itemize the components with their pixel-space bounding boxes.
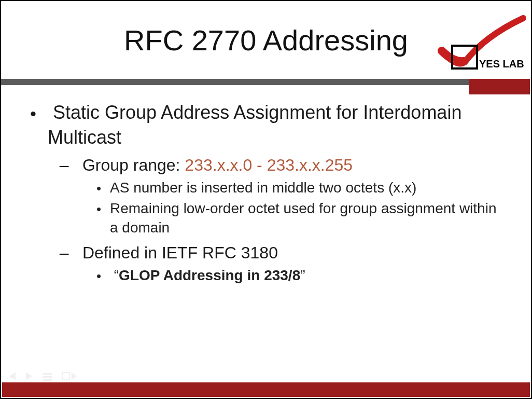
divider-gray [1,79,469,85]
bullet-list-lvl2: Group range: 233.x.x.0 - 233.x.x.255 AS … [48,155,505,285]
title-area: RFC 2770 Addressing YES LAB [1,1,531,79]
bullet-as-number: AS number is inserted in middle two octe… [110,178,505,198]
bullet-range: Group range: 233.x.x.0 - 233.x.x.255 AS … [78,155,505,237]
glop-text: GLOP Addressing in 233/8 [119,267,300,283]
bullet-defined: Defined in IETF RFC 3180 “GLOP Addressin… [78,242,505,285]
glop-open-quote: “ [114,267,119,283]
glop-close-quote: ” [300,267,305,283]
yeslab-logo: YES LAB [427,10,526,73]
range-value: 233.x.x.0 - 233.x.x.255 [185,156,353,174]
bullet-glop: “GLOP Addressing in 233/8” [110,266,505,285]
svg-marker-2 [9,372,16,380]
divider-red-block [469,79,530,94]
bullet-main-text: Static Group Address Assignment for Inte… [48,102,461,148]
range-prefix: Group range: [82,156,185,174]
bullet-list-lvl3b: “GLOP Addressing in 233/8” [78,266,505,285]
bullet-low-order: Remaining low-order octet used for group… [110,199,505,237]
defined-text: Defined in IETF RFC 3180 [82,243,278,262]
bullet-main: Static Group Address Assignment for Inte… [48,101,505,285]
svg-marker-8 [72,373,77,380]
svg-rect-4 [43,373,52,375]
slide-title: RFC 2770 Addressing [124,23,408,57]
svg-rect-5 [43,376,52,378]
svg-marker-3 [26,372,32,380]
bullet-list-lvl3a: AS number is inserted in middle two octe… [78,178,505,237]
slide: RFC 2770 Addressing YES LAB Static Group… [0,0,532,399]
svg-rect-6 [43,379,52,381]
footer-red-bar [2,382,530,397]
content-area: Static Group Address Assignment for Inte… [1,85,531,285]
svg-text:YES LAB: YES LAB [479,58,524,70]
bullet-list-lvl1: Static Group Address Assignment for Inte… [27,101,505,285]
footer-nav-icons [6,370,89,382]
svg-rect-7 [62,373,69,380]
